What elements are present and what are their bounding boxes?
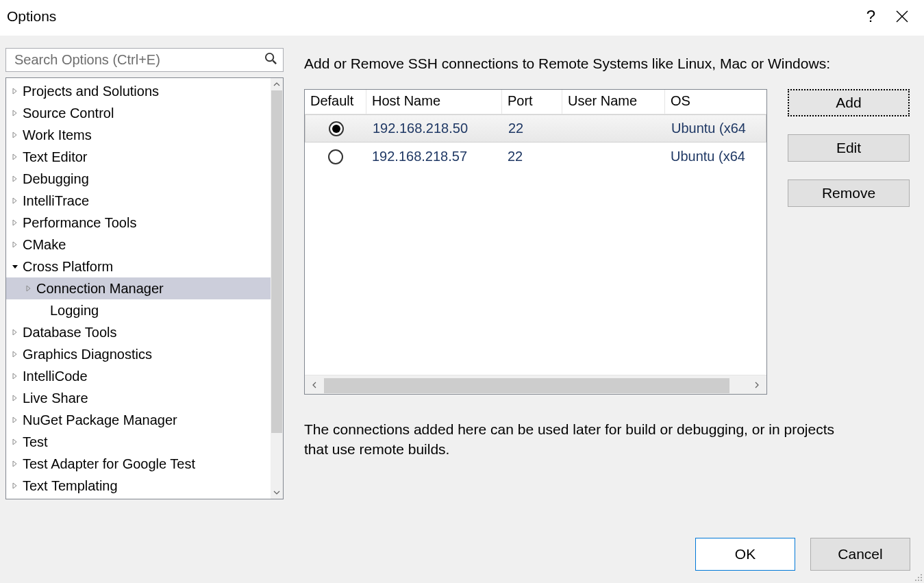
chevron-right-icon bbox=[12, 88, 18, 95]
hscroll-thumb[interactable] bbox=[324, 378, 729, 393]
cell-port: 22 bbox=[503, 121, 563, 136]
column-host[interactable]: Host Name bbox=[366, 90, 502, 114]
chevron-right-icon bbox=[12, 110, 18, 116]
column-user[interactable]: User Name bbox=[562, 90, 665, 114]
tree-item-label: CMake bbox=[23, 237, 66, 253]
edit-button[interactable]: Edit bbox=[788, 134, 910, 162]
connections-table: Default Host Name Port User Name OS 192.… bbox=[304, 89, 767, 395]
tree-item[interactable]: IntelliTrace bbox=[6, 190, 271, 212]
tree-item-label: Graphics Diagnostics bbox=[23, 347, 152, 362]
column-port[interactable]: Port bbox=[502, 90, 562, 114]
tree-item[interactable]: Debugging bbox=[6, 168, 271, 190]
table-body: 192.168.218.5022Ubuntu (x64192.168.218.5… bbox=[305, 114, 766, 375]
table-row[interactable]: 192.168.218.5022Ubuntu (x64 bbox=[305, 114, 766, 142]
column-default[interactable]: Default bbox=[305, 90, 366, 114]
tree-item[interactable]: Connection Manager bbox=[6, 277, 271, 299]
tree-item[interactable]: Test bbox=[6, 431, 271, 453]
tree-item-label: Source Control bbox=[23, 106, 114, 121]
tree-container: Projects and SolutionsSource ControlWork… bbox=[5, 77, 284, 499]
resize-grip-icon[interactable] bbox=[913, 572, 923, 582]
cell-port: 22 bbox=[502, 149, 562, 164]
chevron-right-icon bbox=[12, 153, 18, 160]
scroll-thumb[interactable] bbox=[271, 90, 282, 433]
hscroll-track[interactable] bbox=[324, 377, 747, 393]
cell-os: Ubuntu (x64 bbox=[665, 149, 766, 164]
chevron-right-icon bbox=[12, 175, 18, 182]
svg-point-2 bbox=[266, 53, 273, 61]
dialog-content: Projects and SolutionsSource ControlWork… bbox=[0, 36, 924, 583]
tree-item[interactable]: Source Control bbox=[6, 102, 271, 124]
table-row[interactable]: 192.168.218.5722Ubuntu (x64 bbox=[305, 142, 766, 171]
connections-section: Default Host Name Port User Name OS 192.… bbox=[304, 89, 910, 395]
column-os[interactable]: OS bbox=[665, 90, 766, 114]
svg-point-7 bbox=[915, 580, 916, 581]
tree-item[interactable]: IntelliCode bbox=[6, 365, 271, 387]
tree-item-label: Performance Tools bbox=[23, 215, 136, 231]
scroll-down-icon[interactable] bbox=[271, 486, 283, 499]
svg-line-3 bbox=[273, 60, 276, 64]
tree-item-label: Projects and Solutions bbox=[23, 84, 159, 99]
tree-item-label: Database Tools bbox=[23, 325, 117, 340]
panel-description: Add or Remove SSH connections to Remote … bbox=[304, 55, 910, 73]
tree-item-label: IntelliTrace bbox=[23, 193, 89, 209]
chevron-right-icon bbox=[12, 241, 18, 248]
close-button[interactable] bbox=[886, 4, 917, 29]
chevron-right-icon bbox=[12, 132, 18, 138]
default-radio[interactable] bbox=[329, 121, 344, 136]
scroll-left-icon[interactable] bbox=[305, 375, 324, 395]
horizontal-scrollbar[interactable] bbox=[305, 375, 766, 394]
tree-item[interactable]: Logging bbox=[6, 299, 271, 321]
tree-item[interactable]: NuGet Package Manager bbox=[6, 409, 271, 431]
chevron-right-icon bbox=[12, 460, 18, 467]
default-radio[interactable] bbox=[328, 149, 343, 164]
search-icon bbox=[264, 52, 277, 68]
tree-item[interactable]: Performance Tools bbox=[6, 212, 271, 234]
tree-item-label: Work Items bbox=[23, 127, 92, 143]
cancel-button[interactable]: Cancel bbox=[810, 538, 910, 571]
tree-item-label: Debugging bbox=[23, 171, 89, 187]
tree-item-label: Logging bbox=[50, 303, 99, 319]
scroll-up-icon[interactable] bbox=[271, 78, 283, 90]
tree-scrollbar[interactable] bbox=[271, 78, 283, 499]
tree-item[interactable]: Test Adapter for Google Test bbox=[6, 453, 271, 475]
chevron-right-icon bbox=[25, 285, 32, 292]
close-icon bbox=[896, 10, 908, 23]
chevron-right-icon bbox=[12, 329, 18, 336]
action-buttons: Add Edit Remove bbox=[788, 89, 910, 395]
chevron-right-icon bbox=[12, 197, 18, 204]
tree-item[interactable]: Live Share bbox=[6, 387, 271, 409]
chevron-right-icon bbox=[12, 482, 18, 489]
remove-button[interactable]: Remove bbox=[788, 179, 910, 207]
main-panel: Add or Remove SSH connections to Remote … bbox=[304, 55, 910, 459]
cell-default[interactable] bbox=[305, 121, 367, 136]
help-button[interactable]: ? bbox=[856, 4, 886, 29]
cell-host: 192.168.218.50 bbox=[367, 121, 503, 136]
scroll-right-icon[interactable] bbox=[747, 375, 766, 395]
ok-button[interactable]: OK bbox=[695, 538, 795, 571]
sidebar: Projects and SolutionsSource ControlWork… bbox=[5, 48, 284, 534]
dialog-footer: OK Cancel bbox=[695, 538, 910, 571]
chevron-right-icon bbox=[12, 219, 18, 226]
tree-item[interactable]: Graphics Diagnostics bbox=[6, 343, 271, 365]
tree-item[interactable]: Database Tools bbox=[6, 321, 271, 343]
tree-item[interactable]: Cross Platform bbox=[6, 256, 271, 277]
tree-item[interactable]: Text Templating bbox=[6, 475, 271, 497]
tree-item[interactable]: Work Items bbox=[6, 124, 271, 146]
panel-footnote: The connections added here can be used l… bbox=[304, 420, 859, 459]
search-input[interactable] bbox=[13, 51, 264, 69]
window-title: Options bbox=[7, 8, 856, 25]
tree-item[interactable]: Text Editor bbox=[6, 146, 271, 168]
chevron-right-icon bbox=[12, 351, 18, 358]
tree-item[interactable]: CMake bbox=[6, 234, 271, 256]
tree-item-label: Test bbox=[23, 434, 48, 450]
cell-default[interactable] bbox=[305, 149, 366, 164]
chevron-right-icon bbox=[12, 438, 18, 445]
tree-item-label: Text Editor bbox=[23, 149, 87, 165]
search-box[interactable] bbox=[5, 48, 284, 72]
svg-point-9 bbox=[921, 580, 922, 581]
add-button[interactable]: Add bbox=[788, 89, 910, 116]
tree-item-label: Test Adapter for Google Test bbox=[23, 456, 195, 472]
tree-item[interactable]: Projects and Solutions bbox=[6, 80, 271, 102]
titlebar: Options ? bbox=[0, 0, 924, 36]
tree-item-label: Connection Manager bbox=[36, 281, 164, 297]
